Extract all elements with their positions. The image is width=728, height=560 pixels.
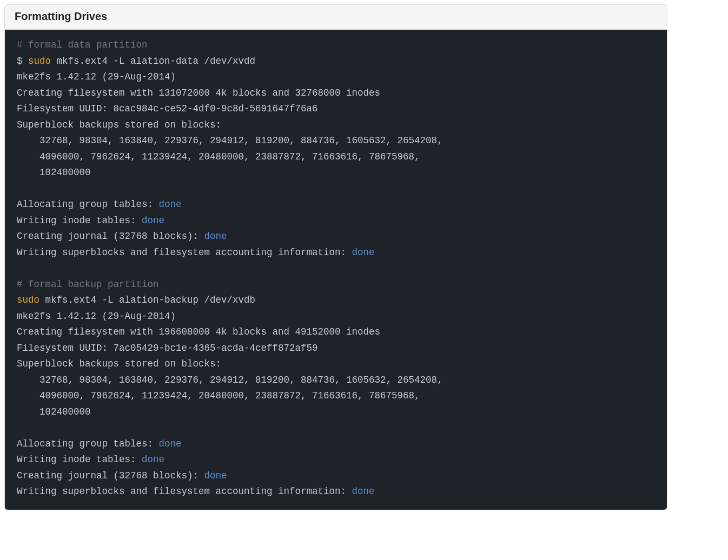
code-text: Superblock backups stored on blocks:: [17, 358, 221, 369]
code-comment: # formal data partition: [17, 39, 148, 50]
code-text: 32768, 98304, 163840, 229376, 294912, 81…: [17, 375, 443, 385]
code-text: mke2fs 1.42.12 (29-Aug-2014): [17, 71, 176, 82]
code-status-done: done: [159, 438, 182, 449]
code-text: Creating journal (32768 blocks):: [17, 470, 204, 481]
code-text: mkfs.ext4 -L alation-backup /dev/xvdb: [39, 295, 255, 305]
code-keyword-sudo: sudo: [28, 56, 51, 66]
code-text: 102400000: [17, 167, 91, 178]
code-text: Creating filesystem with 196608000 4k bl…: [17, 326, 380, 337]
code-text: mke2fs 1.42.12 (29-Aug-2014): [17, 311, 176, 322]
code-text: Writing inode tables:: [17, 454, 142, 465]
code-status-done: done: [352, 486, 375, 497]
code-text: Allocating group tables:: [17, 199, 159, 210]
formatting-drives-panel: Formatting Drives # formal data partitio…: [4, 4, 667, 510]
code-text: Filesystem UUID: 8cac984c-ce52-4df0-9c8d…: [17, 103, 318, 114]
code-text: Allocating group tables:: [17, 438, 159, 449]
code-text: Filesystem UUID: 7ac05429-bc1e-4365-acda…: [17, 343, 318, 354]
code-status-done: done: [204, 470, 227, 481]
code-text: Writing inode tables:: [17, 215, 142, 226]
code-status-done: done: [352, 247, 375, 258]
code-text: Writing superblocks and filesystem accou…: [17, 247, 352, 258]
code-text: 32768, 98304, 163840, 229376, 294912, 81…: [17, 135, 443, 146]
code-keyword-sudo: sudo: [17, 295, 39, 305]
panel-title: Formatting Drives: [5, 5, 667, 30]
code-text: $: [17, 56, 28, 66]
code-text: Superblock backups stored on blocks:: [17, 119, 221, 130]
code-block-container: # formal data partition $ sudo mkfs.ext4…: [5, 30, 667, 510]
code-text: Writing superblocks and filesystem accou…: [17, 486, 352, 497]
code-text: 102400000: [17, 406, 91, 417]
code-text: 4096000, 7962624, 11239424, 20480000, 23…: [17, 151, 420, 162]
code-text: 4096000, 7962624, 11239424, 20480000, 23…: [17, 390, 420, 401]
code-text: Creating filesystem with 131072000 4k bl…: [17, 88, 380, 98]
code-status-done: done: [159, 199, 182, 210]
code-status-done: done: [204, 231, 227, 242]
terminal-output: # formal data partition $ sudo mkfs.ext4…: [5, 37, 667, 500]
code-text: mkfs.ext4 -L alation-data /dev/xvdd: [51, 56, 255, 66]
code-comment: # formal backup partition: [17, 279, 159, 290]
code-status-done: done: [142, 215, 164, 226]
code-status-done: done: [142, 454, 164, 465]
code-text: Creating journal (32768 blocks):: [17, 231, 204, 242]
